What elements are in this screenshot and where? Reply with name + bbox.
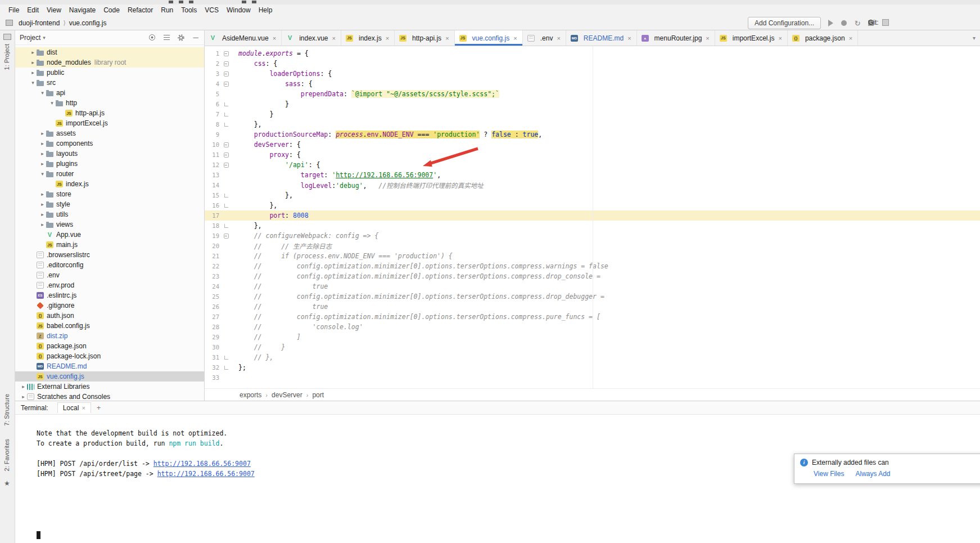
tree-item[interactable]: JSmain.js bbox=[15, 240, 204, 250]
editor-breadcrumb-item[interactable]: port bbox=[312, 391, 324, 399]
tree-item[interactable]: ▸style bbox=[15, 199, 204, 209]
notification-action-link[interactable]: View Files bbox=[814, 470, 844, 478]
menu-item-refactor[interactable]: Refactor bbox=[124, 5, 157, 15]
fold-marker[interactable] bbox=[222, 356, 231, 360]
notification-action-link[interactable]: Always Add bbox=[855, 470, 890, 478]
chevron-down-icon[interactable]: ▾ bbox=[29, 80, 37, 86]
menu-item-run[interactable]: Run bbox=[157, 5, 177, 15]
fold-marker[interactable]: − bbox=[222, 71, 231, 77]
tree-item[interactable]: JShttp-api.js bbox=[15, 108, 204, 118]
close-icon[interactable]: × bbox=[557, 35, 560, 42]
chevron-right-icon[interactable]: ▸ bbox=[39, 212, 46, 217]
debug-icon[interactable] bbox=[840, 19, 848, 27]
editor-breadcrumb-item[interactable]: devServer bbox=[272, 391, 302, 399]
menu-item-vcs[interactable]: VCS bbox=[201, 5, 223, 15]
fold-marker[interactable]: − bbox=[222, 234, 231, 239]
terminal-link[interactable]: http://192.168.66.56:9007 bbox=[153, 460, 251, 468]
new-terminal-icon[interactable]: + bbox=[97, 403, 101, 412]
fold-marker[interactable]: − bbox=[222, 61, 231, 66]
fold-collapse-icon[interactable]: − bbox=[224, 61, 229, 66]
chevron-right-icon[interactable]: ▸ bbox=[39, 222, 46, 227]
tree-item[interactable]: ▸utils bbox=[15, 209, 204, 219]
tree-item[interactable]: JSbabel.config.js bbox=[15, 321, 204, 331]
tree-item[interactable]: JSimportExcel.js bbox=[15, 118, 204, 128]
run-icon[interactable] bbox=[827, 19, 834, 27]
menu-item-tools[interactable]: Tools bbox=[177, 5, 201, 15]
menu-item-window[interactable]: Window bbox=[223, 5, 255, 15]
close-icon[interactable]: × bbox=[627, 35, 631, 42]
fold-marker[interactable]: − bbox=[222, 142, 231, 147]
chevron-right-icon[interactable]: ▸ bbox=[20, 384, 27, 389]
menu-item-code[interactable]: Code bbox=[100, 5, 124, 15]
fold-marker[interactable]: − bbox=[222, 152, 231, 158]
tree-item[interactable]: ▸components bbox=[15, 138, 204, 149]
close-icon[interactable]: × bbox=[386, 35, 389, 42]
chevron-right-icon[interactable]: ▸ bbox=[39, 131, 46, 136]
tree-item[interactable]: {}package.json bbox=[15, 341, 204, 351]
tree-item[interactable]: ▸assets bbox=[15, 128, 204, 138]
editor-tab[interactable]: ▲menuRouter.jpg× bbox=[637, 30, 715, 46]
tree-item[interactable]: VApp.vue bbox=[15, 230, 204, 240]
fold-collapse-icon[interactable]: − bbox=[224, 152, 229, 158]
tree-item[interactable]: ▸public bbox=[15, 68, 204, 78]
editor-tab[interactable]: JSindex.js× bbox=[341, 30, 395, 46]
fold-marker[interactable] bbox=[222, 123, 231, 127]
tree-item[interactable]: ▸dist bbox=[15, 47, 204, 57]
refresh-icon[interactable]: ↻ bbox=[853, 19, 861, 27]
close-icon[interactable]: × bbox=[778, 35, 782, 42]
tree-item[interactable]: ▾src bbox=[15, 78, 204, 88]
tree-item[interactable]: ▸node_moduleslibrary root bbox=[15, 57, 204, 68]
tree-item[interactable]: {}package-lock.json bbox=[15, 351, 204, 361]
close-icon[interactable]: × bbox=[513, 35, 517, 42]
chevron-right-icon[interactable]: ▸ bbox=[39, 151, 46, 156]
editor-tab[interactable]: VAsideMenu.vue× bbox=[205, 30, 282, 46]
tree-item[interactable]: .gitignore bbox=[15, 300, 204, 311]
terminal-tab-local[interactable]: Local × bbox=[57, 402, 91, 413]
favorites-star-icon[interactable]: ★ bbox=[4, 479, 10, 487]
tool-button-project[interactable]: 1: Project bbox=[3, 44, 10, 70]
collapse-all-icon[interactable] bbox=[162, 34, 170, 42]
tree-item[interactable]: ▾router bbox=[15, 169, 204, 179]
chevron-right-icon[interactable]: ▸ bbox=[39, 161, 46, 167]
editor-tab[interactable]: {}package.json× bbox=[788, 30, 858, 46]
code-editor[interactable]: 1−module.exports = {2− css: {3− loaderOp… bbox=[205, 46, 980, 388]
editor-tab[interactable]: JSimportExcel.js× bbox=[715, 30, 788, 46]
fold-marker[interactable] bbox=[222, 204, 231, 208]
menu-item-view[interactable]: View bbox=[43, 5, 65, 15]
fold-marker[interactable] bbox=[222, 102, 231, 106]
add-configuration-button[interactable]: Add Configuration... bbox=[748, 17, 821, 29]
project-view-selector[interactable]: Project ▾ bbox=[20, 34, 46, 42]
locate-file-icon[interactable] bbox=[148, 34, 156, 42]
fold-marker[interactable]: − bbox=[222, 51, 231, 56]
fold-collapse-icon[interactable]: − bbox=[224, 71, 229, 77]
menu-item-help[interactable]: Help bbox=[255, 5, 277, 15]
tree-item[interactable]: Zdist.zip bbox=[15, 331, 204, 341]
tool-window-icon[interactable] bbox=[3, 34, 11, 40]
fold-marker[interactable] bbox=[222, 194, 231, 198]
tool-button-structure[interactable]: 7: Structure bbox=[3, 394, 10, 426]
chevron-down-icon[interactable]: ▾ bbox=[48, 100, 56, 106]
breadcrumb-file[interactable]: vue.config.js bbox=[68, 19, 108, 27]
tool-button-favorites[interactable]: 2: Favorites bbox=[3, 439, 10, 471]
chevron-right-icon[interactable]: ▸ bbox=[29, 70, 37, 75]
tree-item[interactable]: ES.eslintrc.js bbox=[15, 290, 204, 300]
tree-item[interactable]: ▸External Libraries bbox=[15, 382, 204, 392]
fold-marker[interactable] bbox=[222, 366, 231, 370]
menu-item-edit[interactable]: Edit bbox=[23, 5, 43, 15]
editor-tab[interactable]: Vindex.vue× bbox=[282, 30, 341, 46]
settings-gear-icon[interactable] bbox=[177, 34, 185, 42]
git-update-icon[interactable] bbox=[882, 19, 889, 26]
tree-item[interactable]: JSvue.config.js bbox=[15, 371, 204, 382]
close-icon[interactable]: × bbox=[849, 35, 852, 42]
breadcrumb-project[interactable]: duoji-frontend bbox=[17, 19, 61, 27]
close-icon[interactable]: × bbox=[332, 35, 336, 42]
chevron-right-icon[interactable]: ▸ bbox=[39, 191, 46, 197]
tree-item[interactable]: ▸Scratches and Consoles bbox=[15, 392, 204, 401]
fold-marker[interactable]: − bbox=[222, 163, 231, 168]
fold-collapse-icon[interactable]: − bbox=[224, 163, 229, 168]
editor-tab[interactable]: .env× bbox=[523, 30, 566, 46]
chevron-right-icon[interactable]: ▸ bbox=[20, 394, 27, 400]
tree-item[interactable]: ▸layouts bbox=[15, 149, 204, 159]
tree-item[interactable]: .env bbox=[15, 270, 204, 280]
hide-panel-icon[interactable]: ─ bbox=[192, 34, 200, 42]
